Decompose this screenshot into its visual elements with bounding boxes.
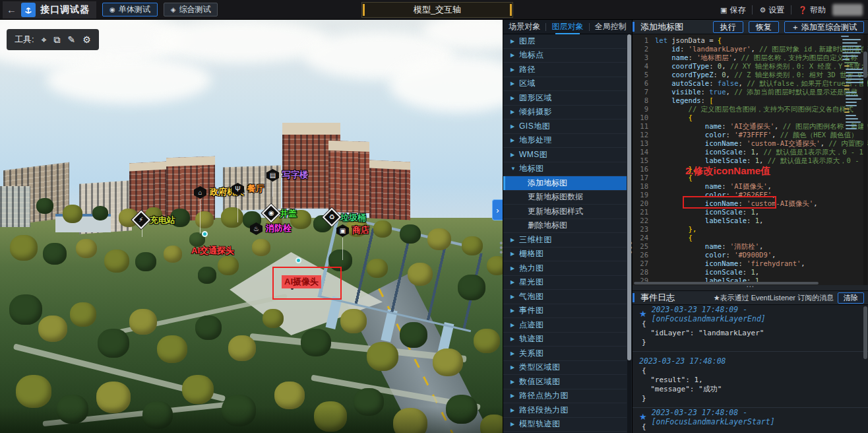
code-editor[interactable]: 1let jsonData = {2 id: 'landmarkLayer', … xyxy=(633,34,868,285)
layer-subitem-更新地标图样式[interactable]: 更新地标图样式 xyxy=(503,205,627,219)
layer-item-地标点[interactable]: ▶地标点 xyxy=(503,49,627,63)
draw-pen-icon[interactable]: ✎ xyxy=(68,34,76,45)
restore-button[interactable]: 恢复 xyxy=(749,21,779,33)
panel-collapse-chevron[interactable]: › xyxy=(492,199,503,220)
code-minimap[interactable] xyxy=(841,36,862,187)
tab-global-control[interactable]: 全局控制 xyxy=(590,20,632,34)
divider xyxy=(791,5,791,15)
code-line-15[interactable]: 15 labelScale: 1, // 默认值是1表示原大，0 - 1: xyxy=(633,156,838,165)
settings-button[interactable]: ⚙ 设置 xyxy=(759,5,784,16)
landmark-井盖[interactable]: ◉井盖 xyxy=(266,208,297,220)
code-line-24[interactable]: 24 { xyxy=(633,234,838,242)
panel-resize-handle[interactable]: ⋯ xyxy=(633,285,868,290)
code-line-1[interactable]: 1let jsonData = { xyxy=(633,36,838,45)
layer-item-GIS地图[interactable]: ▶GIS地图 xyxy=(503,119,627,134)
code-line-2[interactable]: 2 id: 'landmarkLayer', // 图层对象 id，新建时调用者… xyxy=(633,45,838,53)
code-line-10[interactable]: 10 { xyxy=(633,114,838,122)
tab-layer-objects[interactable]: 图层对象 xyxy=(546,20,588,34)
landmark-写字楼[interactable]: ▤写字楼 xyxy=(266,169,308,182)
help-button[interactable]: ❓ 帮助 xyxy=(798,5,826,16)
landmark-商店[interactable]: ▣商店 xyxy=(336,224,369,237)
layer-item-事件图[interactable]: ▶事件图 xyxy=(503,304,627,319)
unit-test-button[interactable]: ◉ 单体测试 xyxy=(102,3,158,17)
model-name: 模型_交互轴 xyxy=(414,4,461,16)
save-button[interactable]: ▣ 保存 xyxy=(720,5,745,16)
locate-pick-icon[interactable]: ⌖ xyxy=(42,34,47,46)
code-line-5[interactable]: 5 coordTypeZ: 0, // Z 轴坐标类别，0: 相对 3D 世界 … xyxy=(633,71,838,79)
tab-scene-objects[interactable]: 场景对象 xyxy=(503,20,545,34)
code-line-6[interactable]: 6 autoScale: false, // 默认false，如果开启true后… xyxy=(633,79,838,88)
code-line-8[interactable]: 8 legends: [ xyxy=(633,96,838,105)
viewport-toolbar: 工具: ⌖ ⧉ ✎ ⚙ xyxy=(7,29,99,50)
integration-test-button[interactable]: ◈ 综合测试 xyxy=(164,3,218,17)
layer-item-星光图[interactable]: ▶星光图 xyxy=(503,276,627,290)
layer-panel-scrollbar[interactable] xyxy=(627,34,631,433)
camera-device-icon[interactable] xyxy=(202,231,208,237)
code-line-13[interactable]: 13 iconName: 'custom-AI交通探头', // 内置图标名 xyxy=(633,139,838,148)
landmark-消防栓[interactable]: ♨消防栓 xyxy=(250,222,292,235)
layer-item-路径段热力图[interactable]: ▶路径段热力图 xyxy=(503,403,627,418)
layer-item-栅格图[interactable]: ▶栅格图 xyxy=(503,248,627,262)
tree xyxy=(367,259,388,278)
event-log-body[interactable]: ★2023-03-23 17:48:09 - [onFocusLandmarkL… xyxy=(633,305,868,433)
layer-item-热力图[interactable]: ▶热力图 xyxy=(503,261,627,276)
tool-settings-icon[interactable]: ⚙ xyxy=(82,34,91,45)
manhole-icon: ◉ xyxy=(264,206,279,221)
layer-item-气泡图[interactable]: ▶气泡图 xyxy=(503,290,627,304)
layer-item-图层[interactable]: ▶图层 xyxy=(503,34,627,49)
execute-button[interactable]: 执行 xyxy=(713,21,743,33)
code-line-9[interactable]: 9 // 定义图层包含图例，支持为不同图例定义各自样式 xyxy=(633,105,838,114)
clear-log-button[interactable]: 清除 xyxy=(838,292,864,304)
layer-subitem-添加地标图[interactable]: 添加地标图 xyxy=(503,176,627,191)
landmark-餐厅[interactable]: Ψ餐厅 xyxy=(232,183,264,195)
landmark-垃圾桶[interactable]: ♻垃圾桶 xyxy=(326,212,366,224)
code-line-21[interactable]: 21 iconScale: 1, xyxy=(633,208,838,216)
marker-AI交通探头[interactable]: AI交通探头 xyxy=(191,245,234,257)
layer-item-轨迹图[interactable]: ▶轨迹图 xyxy=(503,333,627,347)
code-line-3[interactable]: 3 name: '地标图层', // 图层名称，支持为图层自定义名称 xyxy=(633,53,838,62)
landmark-充电站[interactable]: ⚡充电站 xyxy=(136,215,175,226)
layer-item-倾斜摄影[interactable]: ▶倾斜摄影 xyxy=(503,106,627,120)
model-name-box[interactable]: 模型_交互轴 xyxy=(361,2,513,18)
log-scrollbar[interactable] xyxy=(863,306,867,359)
camera-device-icon[interactable] xyxy=(295,257,301,263)
code-line-26[interactable]: 26 color: '#D900D9', xyxy=(633,251,838,259)
scene-viewport[interactable]: 工具: ⌖ ⧉ ✎ ⚙ ⚡充电站⌂政府机关Ψ餐厅▤写字楼◉井盖♨消防栓♻垃圾桶▣… xyxy=(0,20,503,433)
code-line-27[interactable]: 27 iconName: 'firehydrant', xyxy=(633,259,838,268)
layer-item-路径[interactable]: ▶路径 xyxy=(503,63,627,77)
layer-item-WMS图[interactable]: ▶WMS图 xyxy=(503,148,627,162)
code-line-14[interactable]: 14 iconScale: 1, // 默认值是1表示原大，0 - 1: 表 xyxy=(633,148,838,156)
code-line-11[interactable]: 11 name: 'AI交通探头', // 图层内图例名称，新建时 xyxy=(633,122,838,131)
marquee-select-icon[interactable]: ⧉ xyxy=(54,34,61,46)
user-name-redacted[interactable] xyxy=(832,4,863,16)
code-line-28[interactable]: 28 iconScale: 1, xyxy=(633,268,838,277)
code-line-22[interactable]: 22 labelScale: 1, xyxy=(633,216,838,225)
layer-panel-drag-handle[interactable]: ●●● xyxy=(629,241,633,255)
viewport-panel-drag-handle[interactable]: ●●● xyxy=(499,241,503,255)
layer-item-路径点热力图[interactable]: ▶路径点热力图 xyxy=(503,389,627,404)
code-line-18[interactable]: 18 name: 'AI摄像头', xyxy=(633,182,838,191)
add-to-integration-button[interactable]: ＋ 添加至综合测试 xyxy=(784,21,864,33)
layer-item-类型区域图[interactable]: ▶类型区域图 xyxy=(503,361,627,376)
code-line-25[interactable]: 25 name: '消防栓', xyxy=(633,242,838,251)
code-line-12[interactable]: 12 color: '#73FFFF', // 颜色（HEX 颜色值） xyxy=(633,131,838,139)
layer-item-三维柱图[interactable]: ▶三维柱图 xyxy=(503,233,627,248)
layer-item-模型轨迹图[interactable]: ▶模型轨迹图 xyxy=(503,418,627,432)
layer-subitem-更新地标图数据[interactable]: 更新地标图数据 xyxy=(503,191,627,205)
charging-station-icon: ⚡ xyxy=(134,213,149,228)
code-line-7[interactable]: 7 visible: true, // 添加当前图层时默认是显示还是隐藏 xyxy=(633,88,838,96)
layer-subitem-删除地标图[interactable]: 删除地标图 xyxy=(503,219,627,234)
code-horizontal-scrollbar[interactable] xyxy=(633,281,838,284)
code-line-23[interactable]: 23 }, xyxy=(633,225,838,234)
code-vertical-scrollbar[interactable] xyxy=(863,34,867,285)
code-line-4[interactable]: 4 coordType: 0, // XY 轴坐标类别，0: X 经度，Y 纬度… xyxy=(633,62,838,71)
layer-item-关系图[interactable]: ▶关系图 xyxy=(503,347,627,361)
back-icon[interactable]: ← xyxy=(7,4,16,15)
layer-item-数值区域图[interactable]: ▶数值区域图 xyxy=(503,375,627,389)
layer-item-地形处理[interactable]: ▶地形处理 xyxy=(503,134,627,149)
layer-item-区域[interactable]: ▶区域 xyxy=(503,77,627,92)
layer-item-点迹图[interactable]: ▶点迹图 xyxy=(503,318,627,333)
layer-item-圆形区域[interactable]: ▶圆形区域 xyxy=(503,91,627,106)
layer-item-地标图[interactable]: ▼地标图 xyxy=(503,162,627,177)
landmark-label: 井盖 xyxy=(280,208,297,220)
